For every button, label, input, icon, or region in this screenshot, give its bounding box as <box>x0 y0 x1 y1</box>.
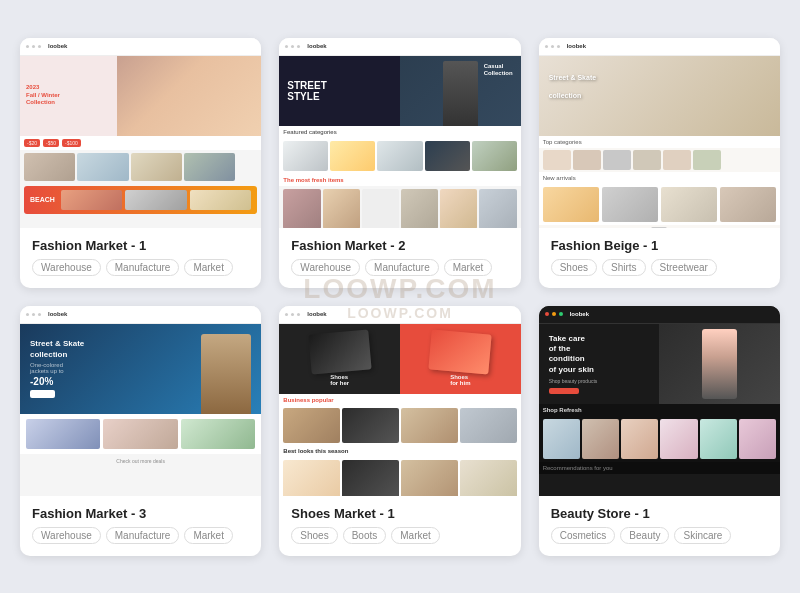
card-2-new-items-label: The most fresh items <box>279 174 520 186</box>
card-6-tags: Cosmetics Beauty Skincare <box>551 527 768 544</box>
card-5-season-1 <box>283 460 340 496</box>
card-2-cat-2 <box>330 141 375 171</box>
card-2-hero-left: STREETSTYLE <box>279 56 400 126</box>
browser-dot-r6 <box>545 312 549 316</box>
card-2-cat-1 <box>283 141 328 171</box>
card-3-hero-title: Street & Skatecollection <box>549 74 596 99</box>
card-2-title: Fashion Market - 2 <box>291 238 508 253</box>
card-fashion-market-3[interactable]: loobek Street & Skatecollection One-colo… <box>20 306 261 556</box>
card-fashion-beige-1[interactable]: loobek Street & Skatecollection Top cate… <box>539 38 780 288</box>
card-3-brand-3 <box>661 187 717 222</box>
card-4-browser-bar: loobek <box>20 306 261 324</box>
browser-dot-y4 <box>32 313 35 316</box>
card-6-hero: Take careof theconditionof your skin Sho… <box>539 324 780 404</box>
template-grid: loobek 2023Fall / WinterCollection -$20 … <box>20 38 780 556</box>
card-2-tags: Warehouse Manufacture Market <box>291 259 508 276</box>
card-4-cta-button[interactable] <box>30 390 55 398</box>
card-4-tag-3: Market <box>184 527 233 544</box>
card-5-label-right: Shoesfor him <box>450 374 470 386</box>
card-1-preview: loobek 2023Fall / WinterCollection -$20 … <box>20 38 261 228</box>
card-6-browser-bar: loobek <box>539 306 780 324</box>
card-1-product-3 <box>131 153 182 181</box>
card-5-tags: Shoes Boots Market <box>291 527 508 544</box>
browser-dot-g6 <box>559 312 563 316</box>
card-1-hero-image <box>117 56 262 136</box>
card-3-brand-4 <box>720 187 776 222</box>
card-1-products-row <box>20 150 261 184</box>
logo-loobek-2: loobek <box>307 43 326 49</box>
card-2-hero-right: CasualCollection <box>400 56 521 126</box>
card-2-prod-4 <box>401 189 438 228</box>
card-5-biz-1 <box>283 408 340 443</box>
browser-dot-r4 <box>26 313 29 316</box>
card-fashion-market-1[interactable]: loobek 2023Fall / WinterCollection -$20 … <box>20 38 261 288</box>
card-2-prod-1 <box>283 189 320 228</box>
card-5-business-label: Business popular <box>279 394 520 406</box>
card-3-cat-icon-6 <box>693 150 721 170</box>
card-4-info: Fashion Market - 3 Warehouse Manufacture… <box>20 496 261 556</box>
logo-loobek-5: loobek <box>307 311 326 317</box>
card-5-season-4 <box>460 460 517 496</box>
card-3-cat-icon-4 <box>633 150 661 170</box>
card-6-hero-title: Take careof theconditionof your skin <box>549 334 650 376</box>
card-5-season-2 <box>342 460 399 496</box>
card-3-top-categories <box>539 148 780 172</box>
card-1-tag-3: Market <box>184 259 233 276</box>
card-6-title: Beauty Store - 1 <box>551 506 768 521</box>
card-3-tag-1: Shoes <box>551 259 597 276</box>
browser-dot-g5 <box>297 313 300 316</box>
card-3-new-arrivals-label: New arrivals <box>539 172 780 184</box>
card-2-tag-2: Manufacture <box>365 259 439 276</box>
card-2-hero: STREETSTYLE CasualCollection <box>279 56 520 126</box>
card-2-prod-5 <box>440 189 477 228</box>
browser-dot-g2 <box>297 45 300 48</box>
card-3-browser-bar: loobek <box>539 38 780 56</box>
card-6-cta-button[interactable] <box>549 388 579 393</box>
browser-dot-y2 <box>291 45 294 48</box>
card-5-tag-2: Boots <box>343 527 387 544</box>
card-5-biz-3 <box>401 408 458 443</box>
card-3-people <box>770 56 772 136</box>
card-4-preview: loobek Street & Skatecollection One-colo… <box>20 306 261 496</box>
card-6-shop-refresh-label: Shop Refresh <box>539 404 780 416</box>
browser-dot-red <box>26 45 29 48</box>
card-2-street-text: STREETSTYLE <box>287 80 392 102</box>
card-4-person-image <box>201 334 251 414</box>
card-5-business-products <box>279 406 520 445</box>
card-4-prod-1 <box>26 419 100 449</box>
card-5-tag-1: Shoes <box>291 527 337 544</box>
card-3-title: Fashion Beige - 1 <box>551 238 768 253</box>
card-1-price-1: -$20 <box>24 139 40 147</box>
card-6-prod-4 <box>660 419 697 459</box>
card-5-hero-right: Shoesfor him <box>400 324 521 394</box>
card-5-season-3 <box>401 460 458 496</box>
card-2-preview: loobek STREETSTYLE CasualCollection Feat… <box>279 38 520 228</box>
card-3-top-categories-label: Top categories <box>539 136 780 148</box>
card-fashion-market-2[interactable]: loobek STREETSTYLE CasualCollection Feat… <box>279 38 520 288</box>
card-2-categories <box>279 138 520 174</box>
card-shoes-market-1[interactable]: loobek Shoesfor her Shoesfor him Busines… <box>279 306 520 556</box>
card-1-title: Fashion Market - 1 <box>32 238 249 253</box>
card-4-tag-2: Manufacture <box>106 527 180 544</box>
card-6-prod-3 <box>621 419 658 459</box>
card-1-product-2 <box>77 153 128 181</box>
card-6-tag-3: Skincare <box>674 527 731 544</box>
card-3-cat-icon-1 <box>543 150 571 170</box>
card-5-dark-shoe <box>308 329 371 374</box>
card-6-tag-1: Cosmetics <box>551 527 616 544</box>
card-2-cat-5 <box>472 141 517 171</box>
card-beauty-store-1[interactable]: loobek Take careof theconditionof your s… <box>539 306 780 556</box>
card-1-price-2: -$50 <box>43 139 59 147</box>
card-1-prices-row: -$20 -$50 -$100 <box>20 136 261 150</box>
card-3-logo-icon <box>651 227 667 228</box>
card-3-cat-icon-2 <box>573 150 601 170</box>
logo-loobek-3: loobek <box>567 43 586 49</box>
card-2-info: Fashion Market - 2 Warehouse Manufacture… <box>279 228 520 288</box>
card-3-tag-2: Shirts <box>602 259 646 276</box>
card-2-featured-label: Featured categories <box>279 126 520 138</box>
card-2-tag-3: Market <box>444 259 493 276</box>
card-6-hero-right <box>659 324 780 404</box>
card-5-info: Shoes Market - 1 Shoes Boots Market <box>279 496 520 556</box>
card-1-hero-banner: 2023Fall / WinterCollection <box>20 56 261 136</box>
card-4-tags: Warehouse Manufacture Market <box>32 527 249 544</box>
